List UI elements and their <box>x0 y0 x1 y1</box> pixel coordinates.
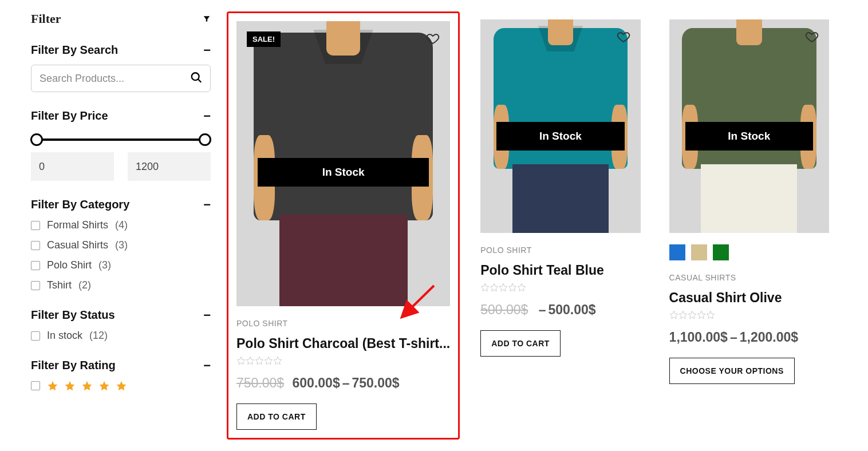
choose-options-button[interactable]: CHOOSE YOUR OPTIONS <box>669 358 795 384</box>
filter-status-heading: Filter By Status <box>31 308 115 322</box>
heart-icon <box>805 30 819 43</box>
price-max-field[interactable]: 1200 <box>128 152 211 181</box>
stock-badge: In Stock <box>258 158 429 187</box>
color-swatches <box>669 244 829 260</box>
status-item[interactable]: In stock (12) <box>31 330 211 342</box>
filter-category-heading: Filter By Category <box>31 198 129 211</box>
funnel-icon <box>203 15 211 23</box>
stock-badge: In Stock <box>496 122 625 151</box>
filter-title: Filter <box>31 11 61 26</box>
stock-badge: In Stock <box>685 122 814 151</box>
sale-badge: SALE! <box>247 31 281 47</box>
product-name[interactable]: Casual Shirt Olive <box>669 290 829 306</box>
checkbox[interactable] <box>31 381 40 390</box>
product-image[interactable]: SALE! In Stock <box>236 21 450 306</box>
collapse-icon[interactable]: − <box>203 44 211 57</box>
swatch-blue[interactable] <box>669 244 685 260</box>
rating-option[interactable] <box>31 380 211 391</box>
add-to-cart-button[interactable]: ADD TO CART <box>236 403 317 430</box>
checkbox[interactable] <box>31 221 40 230</box>
product-grid: SALE! In Stock POLO SHIRT Polo Shirt Cha… <box>227 11 837 440</box>
product-price: 750.00$ 600.00$–750.00$ <box>236 375 450 391</box>
category-item[interactable]: Casual Shirts (3) <box>31 239 211 251</box>
wishlist-button[interactable] <box>805 30 819 46</box>
search-button[interactable] <box>187 68 206 89</box>
filter-sidebar: Filter Filter By Search − Filter By Pric… <box>31 11 211 440</box>
collapse-icon[interactable]: − <box>203 110 211 122</box>
checkbox[interactable] <box>31 261 40 270</box>
product-image[interactable]: In Stock <box>480 19 640 233</box>
slider-handle-max[interactable] <box>199 133 211 146</box>
slider-handle-min[interactable] <box>30 133 43 146</box>
product-card[interactable]: SALE! In Stock POLO SHIRT Polo Shirt Cha… <box>227 11 460 440</box>
product-name[interactable]: Polo Shirt Charcoal (Best T-shirt... <box>236 336 450 351</box>
stars-five-icon <box>47 380 127 391</box>
product-name[interactable]: Polo Shirt Teal Blue <box>480 263 640 278</box>
rating-stars-icon <box>669 310 829 319</box>
search-icon <box>190 77 203 86</box>
category-item[interactable]: Formal Shirts (4) <box>31 219 211 231</box>
wishlist-button[interactable] <box>426 31 440 48</box>
filter-search-heading: Filter By Search <box>31 43 118 57</box>
collapse-icon[interactable]: − <box>203 199 211 211</box>
category-item[interactable]: Tshirt (2) <box>31 279 211 291</box>
collapse-icon[interactable]: − <box>203 309 211 322</box>
product-card[interactable]: In Stock POLO SHIRT Polo Shirt Teal Blue… <box>472 11 648 440</box>
heart-icon <box>617 30 630 43</box>
filter-price-heading: Filter By Price <box>31 109 108 122</box>
checkbox[interactable] <box>31 241 40 250</box>
product-category: CASUAL SHIRTS <box>669 273 829 282</box>
swatch-khaki[interactable] <box>691 244 707 260</box>
product-category: POLO SHIRT <box>480 246 640 255</box>
search-input[interactable] <box>31 65 211 92</box>
rating-stars-icon <box>480 283 640 292</box>
product-image[interactable]: In Stock <box>669 19 829 233</box>
product-category: POLO SHIRT <box>236 319 450 328</box>
rating-stars-icon <box>236 356 450 365</box>
collapse-icon[interactable]: − <box>203 359 211 372</box>
heart-icon <box>426 31 440 45</box>
product-card[interactable]: In Stock CASUAL SHIRTS Casual Shirt Oliv… <box>661 11 837 440</box>
checkbox[interactable] <box>31 281 40 290</box>
add-to-cart-button[interactable]: ADD TO CART <box>480 330 561 357</box>
swatch-green[interactable] <box>713 244 729 260</box>
product-price: 500.00$ –500.00$ <box>480 302 640 318</box>
category-item[interactable]: Polo Shirt (3) <box>31 259 211 271</box>
filter-rating-heading: Filter By Rating <box>31 359 116 372</box>
wishlist-button[interactable] <box>617 30 630 46</box>
product-price: 1,100.00$–1,200.00$ <box>669 330 829 345</box>
price-min-field[interactable]: 0 <box>31 152 114 181</box>
price-slider[interactable] <box>37 139 205 141</box>
checkbox[interactable] <box>31 331 40 341</box>
